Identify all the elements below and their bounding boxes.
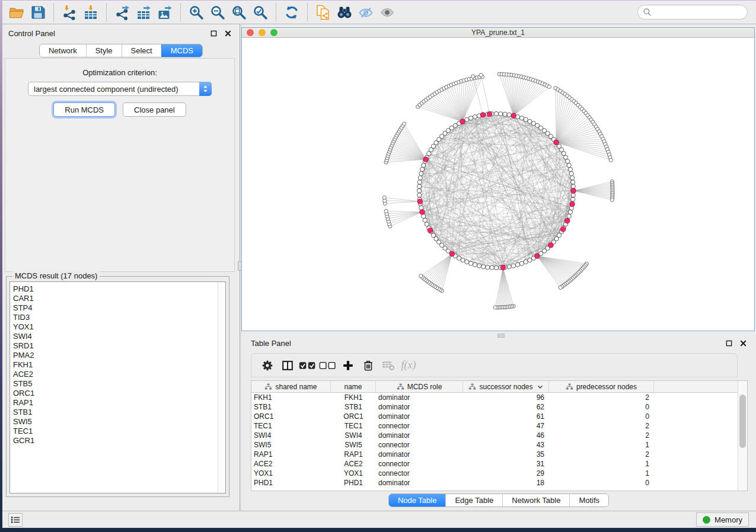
mcds-node[interactable]: [565, 219, 570, 223]
table-row[interactable]: RAP1RAP1dominator352: [251, 450, 738, 459]
leaf-node[interactable]: [493, 306, 497, 309]
leaf-node[interactable]: [384, 209, 388, 213]
table-row[interactable]: STB1STB1dominator620: [251, 402, 738, 412]
table-cell[interactable]: 2: [549, 393, 654, 402]
table-cell[interactable]: dominator: [376, 402, 463, 412]
table-cell[interactable]: FKH1: [251, 393, 331, 402]
find-button[interactable]: [334, 3, 355, 22]
add-column-button[interactable]: [339, 356, 358, 375]
ring-node[interactable]: [567, 164, 571, 168]
ring-node[interactable]: [481, 265, 486, 269]
table-cell[interactable]: 46: [463, 431, 549, 440]
refresh-button[interactable]: [282, 3, 302, 22]
import-network-button[interactable]: [59, 3, 79, 22]
mcds-result-item[interactable]: STP4: [13, 303, 218, 313]
ring-node[interactable]: [524, 117, 528, 121]
ring-node[interactable]: [524, 260, 528, 264]
table-cell[interactable]: connector: [376, 440, 463, 450]
table-settings-button[interactable]: [258, 356, 277, 375]
table-cell[interactable]: RAP1: [251, 450, 331, 459]
table-cell[interactable]: 29: [463, 469, 549, 478]
ring-node[interactable]: [469, 116, 473, 120]
task-history-button[interactable]: [8, 513, 23, 527]
leaf-node[interactable]: [419, 274, 423, 278]
table-cell[interactable]: PHD1: [331, 478, 376, 488]
table-row[interactable]: TEC1TEC1connector472: [251, 421, 738, 431]
ring-node[interactable]: [420, 167, 425, 171]
hide-graphics-button[interactable]: [356, 3, 376, 22]
ring-node[interactable]: [477, 264, 481, 268]
float-table-panel-button[interactable]: [724, 338, 733, 348]
column-header-predecessor-nodes[interactable]: predecessor nodes: [549, 381, 654, 392]
table-row[interactable]: PHD1PHD1dominator180: [251, 478, 738, 488]
mcds-node[interactable]: [428, 228, 433, 233]
mcds-node[interactable]: [480, 113, 485, 117]
table-cell[interactable]: dominator: [376, 412, 463, 421]
ring-node[interactable]: [417, 188, 421, 193]
leaf-node[interactable]: [559, 286, 562, 289]
mcds-result-item[interactable]: STB5: [13, 379, 218, 389]
ring-node[interactable]: [486, 265, 490, 270]
zoom-fit-button[interactable]: [229, 3, 249, 22]
run-mcds-button[interactable]: Run MCDS: [53, 102, 115, 117]
mcds-node[interactable]: [570, 202, 575, 207]
ring-node[interactable]: [494, 265, 498, 270]
ring-node[interactable]: [511, 264, 515, 268]
table-cell[interactable]: YOX1: [251, 469, 331, 478]
ring-node[interactable]: [507, 265, 511, 269]
close-table-panel-button[interactable]: [738, 338, 748, 348]
ring-node[interactable]: [570, 176, 575, 180]
ring-node[interactable]: [519, 261, 524, 265]
table-row[interactable]: FKH1FKH1dominator962: [251, 393, 738, 402]
ring-node[interactable]: [494, 111, 498, 116]
open-session-button[interactable]: [7, 3, 27, 22]
export-table-button[interactable]: [133, 3, 154, 22]
ring-node[interactable]: [417, 193, 422, 197]
mcds-result-item[interactable]: ACE2: [13, 370, 218, 379]
mcds-node[interactable]: [417, 199, 422, 204]
mcds-result-item[interactable]: SWI5: [13, 417, 218, 427]
export-image-button[interactable]: [155, 3, 175, 22]
close-panel-button-2[interactable]: Close panel: [123, 102, 186, 117]
tab-motifs[interactable]: Motifs: [569, 494, 608, 507]
table-cell[interactable]: 96: [463, 393, 549, 402]
ring-node[interactable]: [564, 155, 568, 159]
mcds-result-item[interactable]: SRD1: [13, 341, 218, 351]
table-row[interactable]: ORC1ORC1dominator610: [251, 412, 738, 421]
leaf-node[interactable]: [471, 75, 475, 78]
save-session-button[interactable]: [28, 3, 48, 22]
leaf-node[interactable]: [403, 122, 406, 126]
minimize-window-light[interactable]: [259, 29, 266, 36]
ring-node[interactable]: [473, 115, 477, 119]
ring-node[interactable]: [528, 119, 532, 123]
table-cell[interactable]: connector: [376, 421, 463, 431]
table-cell[interactable]: 18: [463, 478, 549, 488]
ring-node[interactable]: [423, 218, 427, 222]
mcds-result-item[interactable]: TEC1: [13, 427, 218, 436]
table-cell[interactable]: 2: [549, 450, 654, 459]
ring-node[interactable]: [490, 265, 494, 270]
leaf-node[interactable]: [609, 158, 613, 162]
column-header-name[interactable]: name: [331, 381, 376, 392]
leaf-node[interactable]: [382, 196, 386, 199]
ring-node[interactable]: [418, 176, 422, 180]
network-graph-canvas[interactable]: [242, 38, 753, 330]
table-cell[interactable]: STB1: [251, 402, 331, 412]
table-cell[interactable]: PHD1: [251, 478, 331, 488]
table-cell[interactable]: SWI5: [331, 440, 376, 450]
table-cell[interactable]: connector: [376, 469, 463, 478]
float-panel-button[interactable]: [209, 28, 218, 38]
table-cell[interactable]: 2: [549, 421, 654, 431]
table-cell[interactable]: ORC1: [251, 412, 331, 421]
ring-node[interactable]: [571, 193, 575, 197]
table-cell[interactable]: 1: [549, 440, 654, 450]
tab-mcds[interactable]: MCDS: [161, 44, 202, 57]
tab-network[interactable]: Network: [40, 44, 86, 57]
tab-style[interactable]: Style: [86, 44, 122, 57]
table-cell[interactable]: 2: [549, 431, 654, 440]
network-view-titlebar[interactable]: YPA_prune.txt_1: [242, 28, 754, 38]
mcds-result-item[interactable]: PHD1: [13, 284, 218, 294]
mcds-result-item[interactable]: ORC1: [13, 389, 218, 398]
tab-edge-table[interactable]: Edge Table: [445, 494, 502, 507]
ring-node[interactable]: [567, 214, 571, 218]
